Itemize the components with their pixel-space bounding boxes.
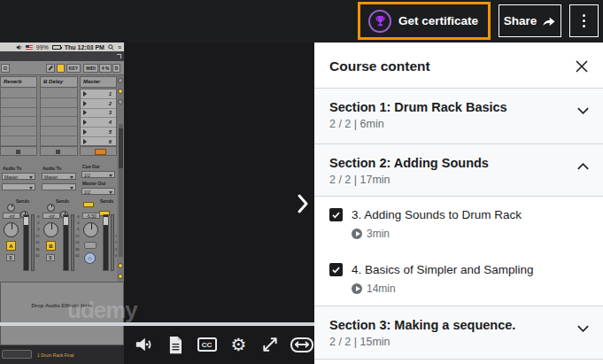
view-toggle-dot: [118, 78, 123, 83]
scene-row: 3: [81, 109, 116, 119]
transcript-icon: [167, 336, 183, 354]
sends-label-1: Sends: [16, 198, 29, 204]
crossfade-assign-b: B: [46, 241, 56, 251]
get-certificate-button[interactable]: Get certificate: [358, 2, 491, 40]
menu-list-icon: ≡: [118, 44, 121, 50]
section-header-1[interactable]: Section 1: Drum Rack Basics 2 / 2 | 6min: [314, 89, 603, 144]
collapse-panel-arrow[interactable]: [292, 189, 313, 219]
volume-value-2: -inf: [43, 213, 60, 219]
udemy-watermark: udemy: [67, 297, 137, 324]
settings-button[interactable]: ⚙: [226, 333, 251, 356]
transcript-button[interactable]: [163, 333, 188, 356]
section-meta: 2 / 2 | 6min: [329, 118, 384, 130]
battery-icon: [52, 45, 61, 50]
master-solo-box: [84, 242, 97, 249]
routing-dropdown-2b: [42, 183, 76, 190]
solo-button-2: S: [46, 254, 55, 261]
status-input-box: [2, 350, 32, 359]
trophy-icon: [368, 10, 391, 33]
scene-fire-master: [80, 146, 117, 156]
play-circle-icon: [352, 283, 362, 294]
spotlight-icon: [108, 44, 114, 50]
midi-map-button: MIDI: [83, 64, 98, 73]
flag-icon: [26, 45, 33, 50]
clip-stop-track1: [0, 146, 37, 156]
cue-out-label: Cue Out: [82, 164, 99, 169]
section-header-3[interactable]: Section 3: Making a sequence. 2 / 2 | 15…: [314, 306, 603, 360]
volume-icon: [134, 336, 153, 353]
audio-to-label-1: Audio To: [3, 166, 21, 171]
meter-scale-1: 6 0 6 12 24 36 60: [35, 213, 39, 259]
routing-dropdown-1: Master: [2, 173, 35, 180]
pan-knob-1: [4, 222, 19, 237]
fullscreen-button[interactable]: [258, 333, 282, 356]
ableton-status-strip: 1 Drum Rack Final: [0, 345, 124, 364]
clip-grid-track1: [0, 89, 37, 146]
video-player[interactable]: 99% Thu 12:03 PM ≡ O KEY MIDI 4 % D: [0, 43, 314, 364]
cue-headphone-button: ∩: [84, 252, 96, 264]
dot: [583, 25, 585, 27]
course-content-header: Course content: [314, 43, 603, 89]
pre-post-button: [83, 202, 94, 207]
volume-value-master: -6.50: [82, 213, 100, 219]
solo-button-1: S: [6, 254, 15, 261]
section-title: Section 3: Making a sequence.: [329, 318, 515, 332]
view-toggle-dot: [118, 89, 123, 94]
volume-fader-master: [103, 214, 109, 271]
cue-out-dropdown: 1/2: [81, 171, 115, 178]
chevron-down-icon: [576, 321, 590, 337]
fullscreen-icon: [261, 336, 279, 353]
top-bar: Get certificate Share: [0, 0, 603, 43]
level-meter-1: [31, 214, 35, 271]
master-out-dropdown: 1/2: [81, 188, 115, 195]
udemy-course-player-window: Get certificate Share 99% Thu 12:03 PM ≡: [0, 0, 603, 364]
lecture-title: 4. Basics of Simpler and Sampling: [352, 263, 534, 276]
completed-checkbox[interactable]: [329, 263, 343, 276]
sends-label-2: Sends: [56, 198, 69, 204]
view-toggle-dot: [118, 99, 123, 105]
volume-value-1: -inf: [3, 213, 20, 219]
audio-to-label-2: Audio To: [43, 166, 61, 171]
overdub-button: D: [112, 64, 120, 73]
ableton-title-strip: [0, 51, 124, 61]
close-panel-button[interactable]: [573, 58, 591, 75]
meter-scale-2: 6 0 6 12 24 36 60: [75, 213, 79, 259]
clip-stop-track2: [40, 146, 78, 156]
share-button[interactable]: Share: [499, 4, 561, 37]
toolbar-o-button: O: [1, 64, 10, 73]
close-icon: [575, 59, 589, 74]
scene-row: 2: [81, 99, 116, 109]
lecture-item-4[interactable]: 4. Basics of Simpler and Sampling 14min: [314, 252, 603, 306]
dot: [583, 19, 585, 22]
section-meta: 2 / 2 | 17min: [329, 174, 390, 186]
lecture-title: 3. Adding Sounds to Drum Rack: [352, 208, 522, 221]
more-options-button[interactable]: [569, 4, 599, 37]
check-icon: [331, 265, 341, 275]
send-knob: [47, 204, 55, 212]
get-certificate-label: Get certificate: [398, 14, 478, 27]
video-progress-bar[interactable]: [0, 322, 314, 326]
scene-row: 1: [81, 89, 116, 99]
key-map-button: KEY: [66, 64, 81, 73]
sends-label-master: Sends: [100, 198, 113, 204]
pan-knob-2: [43, 222, 58, 237]
routing-dropdown-1b: [2, 183, 35, 190]
crossfade-dot: [118, 263, 123, 268]
lecture-item-3[interactable]: 3. Adding Sounds to Drum Rack 3min: [314, 197, 603, 252]
volume-fader-2: [63, 214, 69, 271]
chevron-down-icon: [576, 103, 590, 119]
menu-clock: Thu 12:03 PM: [65, 44, 104, 50]
player-control-bar: CC ⚙: [131, 331, 314, 358]
volume-menu-icon: [16, 44, 22, 50]
lecture-duration: 14min: [352, 283, 396, 295]
track-header-bdelay: B Delay: [40, 76, 78, 88]
share-label: Share: [504, 14, 537, 27]
captions-button[interactable]: CC: [195, 333, 220, 356]
section-header-2[interactable]: Section 2: Adding Sounds 2 / 2 | 17min: [314, 144, 603, 197]
volume-button[interactable]: [131, 333, 156, 356]
resize-icon: [117, 54, 121, 58]
expanded-view-button[interactable]: [290, 333, 314, 356]
completed-checkbox[interactable]: [329, 208, 343, 221]
crossfade-assign-a: A: [6, 241, 16, 251]
volume-fader-1: [23, 214, 29, 271]
